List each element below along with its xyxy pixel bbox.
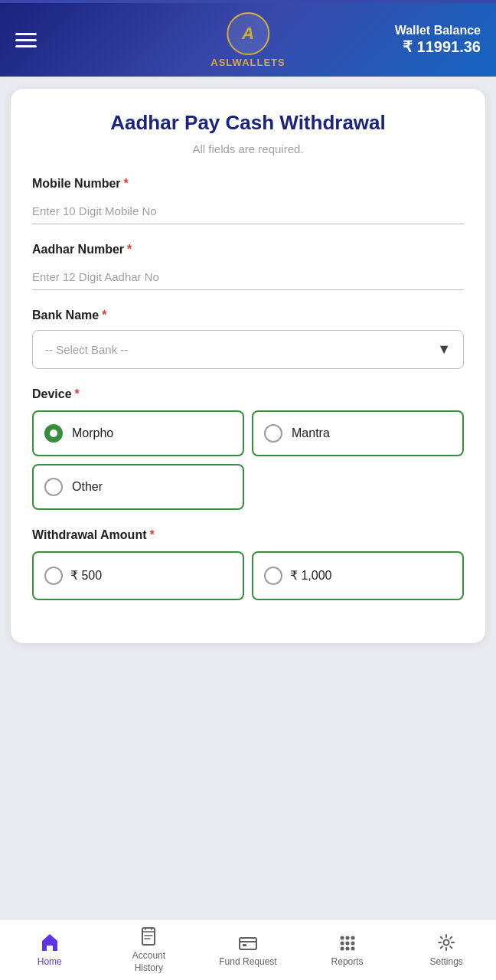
nav-item-fund-request[interactable]: Fund Request <box>198 920 298 980</box>
bank-required-star: * <box>102 309 106 322</box>
app-logo: A ASLWALLETS <box>210 12 285 68</box>
radio-1000-circle <box>264 567 282 585</box>
device-options: Morpho Mantra Other <box>32 410 464 510</box>
bottom-navigation: Home AccountHistory Fund Request <box>0 919 496 980</box>
amount-1000-label: ₹ 1,000 <box>290 568 331 583</box>
form-subtitle: All fields are required. <box>32 142 464 155</box>
device-mantra-label: Mantra <box>292 426 330 440</box>
amount-options: ₹ 500 ₹ 1,000 <box>32 551 464 600</box>
nav-item-settings[interactable]: Settings <box>396 920 496 980</box>
svg-point-8 <box>351 941 354 945</box>
device-option-morpho[interactable]: Morpho <box>32 410 244 456</box>
nav-item-reports[interactable]: Reports <box>298 920 397 980</box>
amount-500-label: ₹ 500 <box>70 568 102 583</box>
amount-option-500[interactable]: ₹ 500 <box>32 551 244 600</box>
balance-label: Wallet Balance <box>395 24 481 38</box>
nav-item-account-history[interactable]: AccountHistory <box>100 920 199 980</box>
reports-icon <box>337 932 358 953</box>
amount-label: Withdrawal Amount * <box>32 528 464 542</box>
dropdown-arrow-icon: ▼ <box>437 341 451 358</box>
device-other-label: Other <box>72 480 103 494</box>
bank-select[interactable]: -- Select Bank -- ▼ <box>32 330 464 369</box>
radio-morpho-circle <box>44 424 63 443</box>
aadhar-label: Aadhar Number * <box>32 243 464 256</box>
nav-item-home[interactable]: Home <box>0 920 100 980</box>
bank-field-group: Bank Name * -- Select Bank -- ▼ <box>32 309 464 369</box>
svg-point-11 <box>351 946 354 950</box>
device-required-star: * <box>75 387 80 401</box>
device-morpho-label: Morpho <box>72 426 113 440</box>
svg-rect-2 <box>243 944 246 946</box>
amount-required-star: * <box>149 528 154 542</box>
aadhar-field-group: Aadhar Number * <box>32 243 464 290</box>
svg-point-12 <box>444 939 449 945</box>
nav-fund-request-label: Fund Request <box>219 956 276 969</box>
mobile-required-star: * <box>124 177 129 191</box>
svg-point-5 <box>351 936 354 939</box>
logo-name: ASLWALLETS <box>210 57 285 68</box>
radio-500-circle <box>44 567 63 585</box>
mobile-field-group: Mobile Number * <box>32 177 464 224</box>
nav-reports-label: Reports <box>331 956 364 969</box>
aadhar-input[interactable] <box>32 264 464 290</box>
settings-icon <box>436 932 457 953</box>
home-icon <box>39 932 60 953</box>
form-title: Aadhar Pay Cash Withdrawal <box>32 110 464 136</box>
radio-mantra-circle <box>264 424 282 443</box>
app-header: A ASLWALLETS Wallet Balance ₹ 11991.36 <box>0 3 496 77</box>
bank-label: Bank Name * <box>32 309 464 322</box>
svg-rect-1 <box>240 938 256 949</box>
amount-field-group: Withdrawal Amount * ₹ 500 ₹ 1,000 <box>32 528 464 600</box>
form-card: Aadhar Pay Cash Withdrawal All fields ar… <box>11 89 485 643</box>
svg-point-9 <box>340 946 344 950</box>
nav-settings-label: Settings <box>429 956 462 969</box>
svg-point-3 <box>340 936 344 939</box>
mobile-input[interactable] <box>32 198 464 224</box>
fund-request-icon <box>237 932 259 953</box>
main-content: Aadhar Pay Cash Withdrawal All fields ar… <box>0 77 496 919</box>
bank-select-placeholder: -- Select Bank -- <box>45 343 128 356</box>
amount-option-1000[interactable]: ₹ 1,000 <box>252 551 464 600</box>
svg-rect-0 <box>142 928 155 945</box>
device-option-other[interactable]: Other <box>32 464 244 510</box>
device-option-mantra[interactable]: Mantra <box>252 410 464 456</box>
device-field-group: Device * Morpho Mantra <box>32 387 464 510</box>
svg-point-4 <box>345 936 349 939</box>
wallet-balance-section: Wallet Balance ₹ 11991.36 <box>395 24 481 56</box>
nav-account-history-label: AccountHistory <box>132 950 165 974</box>
svg-point-10 <box>345 946 349 950</box>
menu-button[interactable] <box>15 33 37 47</box>
balance-amount: ₹ 11991.36 <box>395 38 481 56</box>
mobile-label: Mobile Number * <box>32 177 464 191</box>
aadhar-required-star: * <box>127 243 132 256</box>
svg-point-6 <box>340 941 344 945</box>
device-label: Device * <box>32 387 464 401</box>
logo-icon: A <box>227 12 269 55</box>
radio-other-circle <box>44 478 63 496</box>
nav-home-label: Home <box>38 956 62 969</box>
account-history-icon <box>138 926 159 947</box>
svg-point-7 <box>345 941 349 945</box>
